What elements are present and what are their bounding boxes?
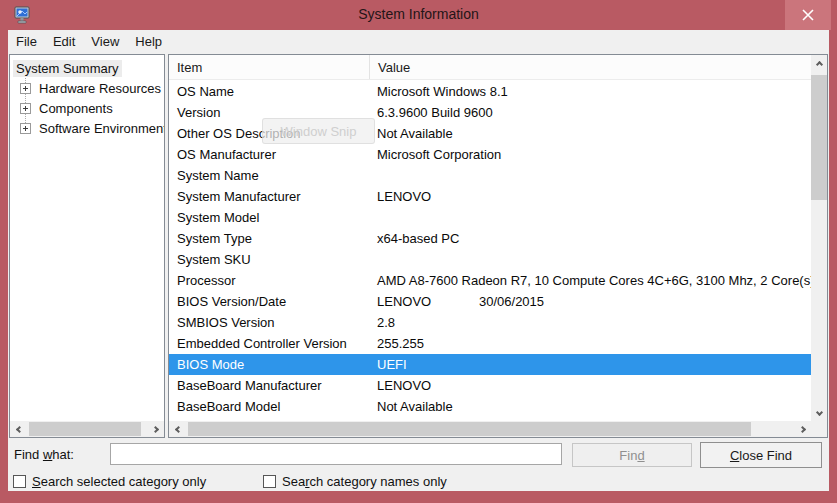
category-tree-pane: System SummaryHardware ResourcesComponen… xyxy=(9,54,165,438)
table-row-bios-mode[interactable]: BIOS ModeUEFI xyxy=(169,354,811,375)
tree-items: System SummaryHardware ResourcesComponen… xyxy=(10,58,164,138)
value-cell xyxy=(369,207,811,228)
column-header-item[interactable]: Item xyxy=(169,55,369,79)
table-row-processor[interactable]: ProcessorAMD A8-7600 Radeon R7, 10 Compu… xyxy=(169,270,811,291)
find-input[interactable] xyxy=(110,443,562,465)
value-cell: LENOVO xyxy=(369,375,811,396)
item-cell: System SKU xyxy=(169,249,369,270)
expand-plus-icon[interactable] xyxy=(20,83,31,94)
tree-item-label: Hardware Resources xyxy=(36,80,164,97)
value-cell: AMD A8-7600 Radeon R7, 10 Compute Cores … xyxy=(369,270,811,291)
item-cell: OS Manufacturer xyxy=(169,144,369,165)
value-cell xyxy=(369,249,811,270)
table-row-version[interactable]: Version6.3.9600 Build 9600 xyxy=(169,102,811,123)
menu-bar: FileEditViewHelp xyxy=(8,30,829,53)
chevron-down-icon xyxy=(815,408,822,415)
tree-item-label: System Summary xyxy=(13,60,122,77)
value-cell: Microsoft Corporation xyxy=(369,144,811,165)
chevron-left-icon xyxy=(174,425,181,432)
tree-item-label: Software Environment xyxy=(36,120,165,137)
table-row-system-manufacturer[interactable]: System ManufacturerLENOVO xyxy=(169,186,811,207)
table-row-os-name[interactable]: OS NameMicrosoft Windows 8.1 xyxy=(169,81,811,102)
item-cell: System Manufacturer xyxy=(169,186,369,207)
table-horizontal-scrollbar[interactable] xyxy=(169,421,811,437)
item-cell: BaseBoard Manufacturer xyxy=(169,375,369,396)
value-cell xyxy=(369,165,811,186)
value-cell: 2.8 xyxy=(369,312,811,333)
find-bar: Find what: Find Close Find Search select… xyxy=(8,438,829,491)
table-row-smbios-version[interactable]: SMBIOS Version2.8 xyxy=(169,312,811,333)
table-vscroll-thumb[interactable] xyxy=(811,75,827,200)
search-category-names-checkbox[interactable] xyxy=(263,475,276,488)
chevron-left-icon xyxy=(15,425,22,432)
menu-item-view[interactable]: View xyxy=(83,30,127,53)
menu-item-edit[interactable]: Edit xyxy=(45,30,83,53)
search-category-names-label: Search category names only xyxy=(282,474,447,489)
table-row-baseboard-model[interactable]: BaseBoard ModelNot Available xyxy=(169,396,811,417)
title-bar[interactable]: System Information xyxy=(0,0,837,30)
table-row-os-manufacturer[interactable]: OS ManufacturerMicrosoft Corporation xyxy=(169,144,811,165)
tree-item-hardware-resources[interactable]: Hardware Resources xyxy=(10,78,164,98)
table-header: Item Value xyxy=(169,55,811,80)
table-row-other-os-description[interactable]: Other OS DescriptionNot Available xyxy=(169,123,811,144)
find-what-label: Find what: xyxy=(14,447,74,462)
value-cell: LENOVO xyxy=(369,186,811,207)
item-cell: SMBIOS Version xyxy=(169,312,369,333)
table-row-system-name[interactable]: System Name xyxy=(169,165,811,186)
value-cell: Microsoft Windows 8.1 xyxy=(369,81,811,102)
table-vertical-scrollbar[interactable] xyxy=(811,55,827,421)
window-title: System Information xyxy=(0,6,837,22)
value-cell: x64-based PC xyxy=(369,228,811,249)
find-button[interactable]: Find xyxy=(572,443,692,467)
chevron-up-icon xyxy=(815,60,822,67)
tree-horizontal-scrollbar[interactable] xyxy=(10,421,164,437)
maximize-button[interactable] xyxy=(756,0,784,30)
table-row-bios-version-date[interactable]: BIOS Version/DateLENOVO30/06/2015 xyxy=(169,291,811,312)
column-header-value[interactable]: Value xyxy=(369,55,811,79)
search-selected-category-checkbox[interactable] xyxy=(13,475,26,488)
item-cell: System Type xyxy=(169,228,369,249)
item-cell: BaseBoard Model xyxy=(169,396,369,417)
table-row-system-model[interactable]: System Model xyxy=(169,207,811,228)
table-row-system-type[interactable]: System Typex64-based PC xyxy=(169,228,811,249)
chevron-right-icon xyxy=(798,425,805,432)
item-cell: Other OS Description xyxy=(169,123,369,144)
close-icon xyxy=(802,9,814,21)
system-information-window: System Information FileEditViewHelp Syst… xyxy=(0,0,837,503)
value-cell: 255.255 xyxy=(369,333,811,354)
content-area: System SummaryHardware ResourcesComponen… xyxy=(8,53,829,491)
detail-table-pane: Item Value OS NameMicrosoft Windows 8.1V… xyxy=(168,54,828,438)
close-button[interactable] xyxy=(785,0,831,30)
tree-hscroll-thumb[interactable] xyxy=(29,422,141,436)
tree-item-components[interactable]: Components xyxy=(10,98,164,118)
scroll-left-button[interactable] xyxy=(10,421,26,437)
table-row-embedded-controller-version[interactable]: Embedded Controller Version255.255 xyxy=(169,333,811,354)
expand-plus-icon[interactable] xyxy=(20,103,31,114)
value-cell: UEFI xyxy=(369,354,811,375)
item-cell: System Model xyxy=(169,207,369,228)
item-cell: Processor xyxy=(169,270,369,291)
value-cell: Not Available xyxy=(369,123,811,144)
table-row-system-sku[interactable]: System SKU xyxy=(169,249,811,270)
close-find-button[interactable]: Close Find xyxy=(700,442,822,468)
expand-plus-icon[interactable] xyxy=(20,123,31,134)
scroll-left-button[interactable] xyxy=(169,421,185,437)
chevron-right-icon xyxy=(151,425,158,432)
table-row-baseboard-manufacturer[interactable]: BaseBoard ManufacturerLENOVO xyxy=(169,375,811,396)
search-selected-category-label: Search selected category only xyxy=(32,474,206,489)
value-cell: Not Available xyxy=(369,396,811,417)
scroll-up-button[interactable] xyxy=(811,55,827,71)
scroll-right-button[interactable] xyxy=(795,421,811,437)
table-hscroll-thumb[interactable] xyxy=(188,422,751,436)
menu-item-file[interactable]: File xyxy=(8,30,45,53)
scrollbar-corner xyxy=(811,421,827,437)
scroll-right-button[interactable] xyxy=(148,421,164,437)
table-rows: OS NameMicrosoft Windows 8.1Version6.3.9… xyxy=(169,81,811,421)
tree-item-system-summary[interactable]: System Summary xyxy=(10,58,164,78)
tree-item-software-environment[interactable]: Software Environment xyxy=(10,118,164,138)
tree-item-label: Components xyxy=(36,100,116,117)
item-cell: Embedded Controller Version xyxy=(169,333,369,354)
menu-item-help[interactable]: Help xyxy=(127,30,170,53)
scroll-down-button[interactable] xyxy=(811,405,827,421)
item-cell: OS Name xyxy=(169,81,369,102)
